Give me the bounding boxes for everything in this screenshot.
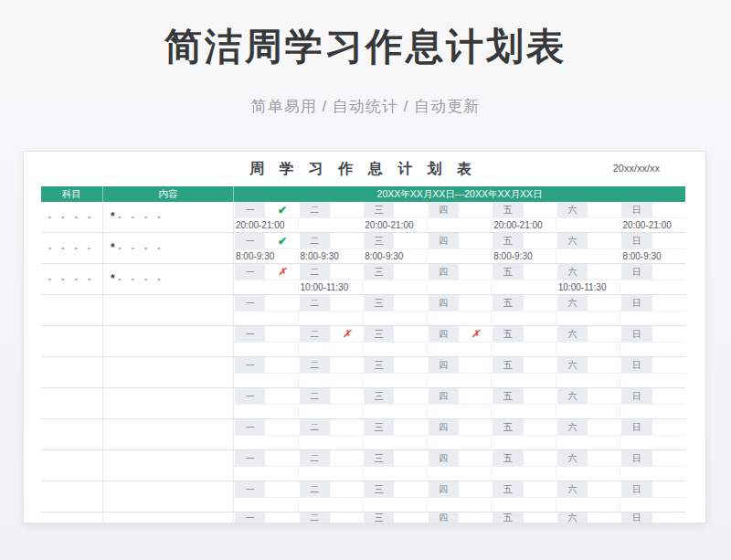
check-cell	[266, 357, 298, 373]
subject-cell	[41, 326, 103, 356]
day-chip: 三	[363, 357, 395, 373]
content-star-icon: *	[111, 276, 115, 282]
content-cell	[103, 419, 234, 449]
time-cell	[363, 467, 428, 481]
time-cell	[234, 467, 299, 481]
check-mark-icon: ✔	[278, 235, 287, 248]
page: { "page": { "title": "简洁周学习作息计划表", "subt…	[0, 0, 731, 560]
day-chip: 一	[234, 388, 266, 404]
day-chip: 三	[363, 419, 395, 435]
content-cell	[103, 450, 234, 481]
check-cell: ✔	[266, 202, 298, 217]
time-cell	[556, 467, 621, 481]
subject-cell	[41, 481, 103, 512]
time-cell: 20:00-21:00	[363, 218, 428, 232]
day-chip: 二	[299, 419, 331, 435]
check-cell	[331, 264, 363, 280]
schedule-row: 一二三四五六日	[41, 388, 685, 419]
check-cell	[395, 233, 427, 248]
time-cell: 20:00-21:00	[492, 218, 556, 232]
check-cell	[331, 512, 363, 523]
check-cell	[395, 202, 427, 217]
header-content: 内容	[103, 186, 234, 202]
day-chip: 三	[363, 264, 395, 280]
day-chip: 六	[556, 481, 588, 497]
check-cell	[653, 233, 685, 248]
time-subrow	[234, 373, 685, 387]
time-cell	[428, 312, 493, 325]
day-chip: 六	[556, 233, 588, 248]
check-cell	[653, 264, 685, 280]
day-chip: 五	[492, 388, 524, 404]
cross-mark-icon: ✗	[343, 328, 351, 340]
time-cell: 8:00-9:30	[363, 249, 428, 263]
time-cell	[620, 280, 685, 294]
time-cell	[556, 249, 621, 263]
day-chip: 六	[556, 202, 588, 217]
check-mark-icon: ✔	[278, 204, 287, 217]
check-cell	[331, 481, 363, 497]
check-cell	[266, 450, 298, 466]
day-chip: 六	[556, 419, 588, 435]
day-chip: 日	[620, 233, 652, 248]
day-subrow: 一二三四五六日	[234, 481, 685, 497]
time-cell	[620, 467, 685, 481]
day-chip: 六	[556, 388, 588, 404]
day-chip: 三	[363, 388, 395, 404]
check-cell: ✗	[266, 264, 298, 280]
day-chip: 日	[620, 357, 652, 373]
day-subrow: 一✔二三四五六日	[234, 202, 685, 217]
day-chip: 六	[556, 357, 588, 373]
day-chip: 四	[428, 326, 460, 342]
check-cell: ✗	[331, 326, 363, 342]
day-chip: 六	[556, 295, 588, 311]
check-cell	[588, 233, 620, 248]
check-cell	[460, 481, 492, 497]
time-cell	[299, 498, 364, 512]
check-cell	[266, 388, 298, 404]
check-cell	[524, 326, 556, 342]
subject-cell	[41, 295, 103, 325]
schedule-row: 一二三四五六日	[41, 357, 685, 388]
day-chip: 日	[620, 419, 652, 435]
day-chip: 二	[299, 357, 331, 373]
day-chip: 二	[299, 388, 331, 404]
day-subrow: 一✔二三四五六日	[234, 233, 685, 248]
time-cell	[363, 280, 428, 294]
check-cell	[460, 388, 492, 404]
check-cell	[653, 202, 685, 217]
day-chip: 二	[299, 481, 331, 497]
check-cell	[395, 481, 427, 497]
subject-cell: • • • •	[41, 202, 103, 232]
check-cell	[588, 264, 620, 280]
content-cell	[103, 388, 234, 418]
day-chip: 一	[234, 481, 266, 497]
subject-cell	[41, 450, 103, 481]
check-cell	[524, 295, 556, 311]
day-chip: 五	[492, 512, 524, 523]
check-cell	[588, 202, 620, 217]
schedule-card: 周 学 习 作 息 计 划 表 20xx/xx/xx 科目 内容 20XX年XX…	[23, 151, 706, 523]
check-cell	[588, 295, 620, 311]
day-area: 一二三四五六日	[234, 481, 685, 512]
check-cell	[524, 233, 556, 248]
check-cell	[395, 326, 427, 342]
day-subrow: 一二三四五六日	[234, 388, 685, 404]
time-subrow: 20:00-21:0020:00-21:0020:00-21:0020:00-2…	[234, 217, 685, 232]
check-cell	[460, 512, 492, 523]
day-area: 一✗二三四五六日10:00-11:3010:00-11:30	[234, 264, 685, 294]
time-cell	[363, 374, 428, 387]
header-date-range: 20XX年XX月XX日—20XX年XX月XX日	[234, 186, 685, 202]
check-cell	[460, 295, 492, 311]
time-cell	[620, 498, 685, 512]
day-chip: 五	[492, 419, 524, 435]
subject-cell	[41, 512, 103, 523]
check-cell	[395, 450, 427, 466]
day-chip: 日	[620, 512, 652, 523]
check-cell	[460, 450, 492, 466]
check-cell	[588, 326, 620, 342]
time-subrow	[234, 435, 685, 449]
subject-cell: • • • •	[41, 233, 103, 263]
day-subrow: 一二三四五六日	[234, 295, 685, 311]
day-chip: 四	[428, 264, 460, 280]
